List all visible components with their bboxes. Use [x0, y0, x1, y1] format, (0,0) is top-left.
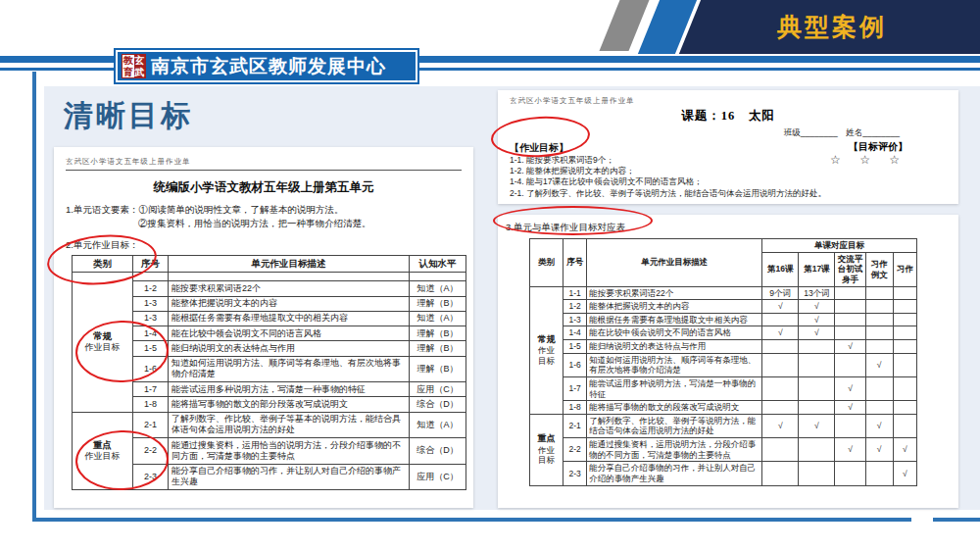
cell-no: 1-7 — [133, 382, 169, 397]
cell-mark — [762, 313, 799, 326]
cell-mark — [893, 353, 916, 376]
cell-mark — [799, 438, 835, 462]
table-row: 1-7能尝试运用多种说明方法，写清楚一种事物的特征√ — [530, 376, 917, 400]
cell-desc: 能按要求积累词语22个 — [169, 281, 410, 296]
org-title: 南京市玄武区教师发展中心 — [151, 54, 386, 79]
cell-mark — [865, 462, 893, 485]
cell-mark — [762, 353, 799, 376]
bottom-frame-line — [32, 518, 911, 522]
cell-no: 1-6 — [564, 353, 587, 376]
cell-mark — [835, 353, 865, 376]
cell-level: 综合（D） — [410, 397, 466, 412]
cell-desc — [169, 273, 410, 281]
table-row: 1-8能将描写事物的散文的段落改写成说明文√ — [530, 401, 917, 415]
cell-mark — [893, 300, 916, 314]
annotation-ellipse-mapping-caption — [493, 206, 653, 235]
cell-desc: 知道如何运用说明方法、顺序词等有条理地、有层次地将事物介绍清楚 — [169, 356, 410, 382]
table-header-row: 类别 序号 单元作业目标描述 单课对应目标 — [530, 239, 917, 253]
table-row: 2-2能通过搜集资料，运用说明方法，分段介绍事物的不同方面，写清楚事物的主要特点… — [530, 438, 917, 462]
cell-mark — [799, 353, 835, 376]
lesson-mapping-table: 类别 序号 单元作业目标描述 单课对应目标 第16课 第17课 交流平台初试身手… — [529, 238, 917, 486]
cell-mark: √ — [799, 313, 835, 326]
cell-no: 1-3 — [133, 296, 169, 311]
cell-mark — [865, 326, 893, 340]
cell-desc: 能分享自己介绍事物的习作，并让别人对自己介绍的事物产生兴趣 — [587, 462, 762, 485]
page-title: 清晰目标 — [64, 96, 193, 136]
category-top: 重点 — [532, 433, 561, 444]
cell-mark — [799, 376, 835, 400]
rating-stars: ☆ ☆ ☆ — [830, 153, 907, 167]
header-no: 序号 — [564, 239, 587, 287]
table-row: 1-5能归纳说明文的表达特点与作用√ — [530, 340, 917, 354]
cell-mark — [762, 462, 799, 485]
cell-desc: 了解列数字、作比较、举例子等说明方法，能结合语句体会运用说明方法的好处 — [587, 414, 762, 437]
cell-level: 理解（B） — [410, 296, 466, 311]
cell-desc: 能通过搜集资料，运用恰当的说明方法，分段介绍事物的不同方面，写清楚事物的主要特点 — [169, 438, 410, 465]
cell-desc: 能按要求积累词语22个 — [587, 286, 762, 300]
worksheet-header: 玄武区小学语文五年级上册作业单 — [510, 96, 947, 106]
table-row: 1-4能在比较中领会说明文不同的语言风格√√ — [530, 326, 917, 340]
cell-mark: 13个词 — [799, 286, 835, 300]
table-row: 1-2能整体把握说明文本的内容√√ — [530, 300, 917, 314]
header-example: 习作例文 — [865, 252, 893, 286]
cell-mark: √ — [865, 353, 893, 376]
cell-no: 2-3 — [564, 462, 587, 485]
cell-mark — [865, 401, 893, 415]
cell-mark: √ — [762, 414, 799, 437]
cell-level: 知道（A） — [410, 311, 466, 326]
cell-mark: √ — [893, 438, 916, 462]
cell-mark: 9个词 — [762, 286, 799, 300]
cell-no: 1-5 — [564, 340, 587, 354]
cell-desc: 了解列数字、作比较、举例子等基本的说明方法，能结合具体语句体会运用说明方法的好处 — [169, 412, 410, 438]
goal-line: 2-1. 了解列数字、作比较、举例子等说明方法，能结合语句体会运用说明方法的好处… — [510, 188, 947, 199]
cell-mark — [893, 401, 916, 415]
table-row: 1-6知道如何运用说明方法、顺序词等有条理地、有层次地将事物介绍清楚√ — [530, 353, 917, 376]
cell-mark: √ — [799, 300, 835, 314]
cell-desc: 能将描写事物的散文的段落改写成说明文 — [587, 401, 762, 415]
header-level: 认知水平 — [410, 255, 466, 273]
cell-desc: 能根据任务需要有条理地提取文中相关内容 — [587, 313, 762, 326]
cell-mark: √ — [835, 401, 865, 415]
table-row: 1-3能根据任务需要有条理地提取文中相关内容√ — [530, 313, 917, 326]
category-cell-key: 重点 作业 目标 — [530, 414, 564, 485]
cell-desc: 能归纳说明文的表达特点与作用 — [169, 341, 410, 356]
cell-no: 1-8 — [564, 401, 587, 415]
slide: 典型案例 教 玄 育 武 南京市玄武区教师发展中心 清晰目标 玄武区小学语文五年… — [0, 0, 980, 551]
logo-char: 武 — [134, 67, 146, 78]
cell-mark — [835, 300, 865, 314]
cell-mark — [835, 326, 865, 340]
cell-mark — [799, 401, 835, 415]
cell-level: 理解（B） — [410, 326, 466, 341]
header-rule — [66, 170, 462, 171]
logo-char: 育 — [122, 67, 134, 78]
worksheet-header: 玄武区小学语文五年级上册作业单 — [66, 157, 462, 167]
cell-mark: √ — [799, 414, 835, 437]
cell-mark — [865, 340, 893, 354]
mapping-table-card: 3.单元与单课作业目标对应表 类别 序号 单元作业目标描述 单课对应目标 第16… — [498, 215, 958, 508]
category-bottom: 目标 — [532, 356, 561, 367]
unit-element-line2: ②搜集资料，用恰当的说明方法，把一种事物介绍清楚。 — [66, 217, 462, 230]
cell-mark — [865, 376, 893, 400]
cell-desc: 能根据任务需要有条理地提取文中的相关内容 — [169, 311, 410, 326]
logo-char: 玄 — [134, 55, 146, 67]
cell-desc: 能通过搜集资料，运用说明方法，分段介绍事物的不同方面，写清楚事物的主要特点 — [587, 438, 762, 462]
cell-mark — [799, 340, 835, 354]
cell-mark: √ — [835, 438, 865, 462]
cell-no: 1-8 — [133, 397, 169, 412]
goal-line: 1-2. 能整体把握说明文本的内容； — [510, 166, 947, 176]
cell-mark — [762, 401, 799, 415]
cell-mark — [762, 438, 799, 462]
cell-mark — [893, 414, 916, 437]
cell-mark — [893, 376, 916, 400]
unit-element-line1: 1.单元语文要素：①阅读简单的说明性文章，了解基本的说明方法。 — [66, 203, 462, 217]
cell-desc: 能整体把握说明文本的内容 — [169, 296, 410, 311]
cell-desc: 能分享自己介绍事物的习作，并让别人对自己介绍的事物产生兴趣 — [169, 464, 410, 490]
cell-no: 1-3 — [564, 313, 587, 326]
cell-desc: 能尝试运用多种说明方法，写清楚一种事物的特征 — [587, 376, 762, 400]
header-span: 单课对应目标 — [762, 239, 917, 253]
cell-mark — [865, 286, 893, 300]
category-bottom: 目标 — [532, 455, 561, 466]
cell-mark: √ — [835, 340, 865, 354]
left-frame-line — [32, 72, 36, 518]
category-mid: 作业 — [532, 445, 561, 456]
